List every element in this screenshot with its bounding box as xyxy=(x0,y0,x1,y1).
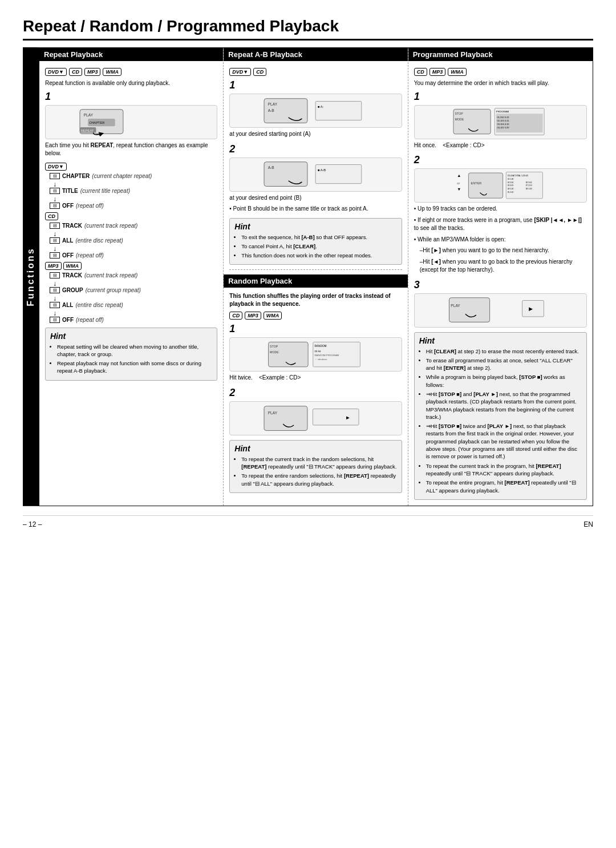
fmt-dvd: DVD▼ xyxy=(45,68,67,76)
prog-hint-3: While a program is being played back, [S… xyxy=(426,373,582,389)
svg-text:PLAY: PLAY xyxy=(451,304,460,308)
svg-text:04 5:20: 04 5:20 xyxy=(507,188,513,190)
svg-rect-25 xyxy=(313,409,359,425)
random-step1-diagram: STOP MODE RANDOM 03-04 RANDOM PROGRAM → … xyxy=(229,337,402,371)
svg-rect-40 xyxy=(468,173,502,198)
main-content-grid: Repeat Playback DVD▼ CD MP3 WMA Repeat f… xyxy=(39,47,593,506)
repeat-hint-title: Hint xyxy=(50,332,212,341)
repeat-step1-diagram: PLAY CHAPTER REPEAT xyxy=(45,105,217,139)
ab-hint-3: This function does not work in the other… xyxy=(241,252,396,259)
page-title: Repeat / Random / Programmed Playback xyxy=(23,17,593,41)
svg-text:►: ► xyxy=(528,306,534,313)
repeat-ab-random-col: Repeat A-B Playback DVD▼ CD 1 PLAY A-B xyxy=(224,48,408,506)
prog-hint-5: ⇒Hit [STOP ■] twice and [PLAY ►] next, s… xyxy=(426,422,582,460)
ab-step2-desc: at your desired end point (B) xyxy=(229,194,402,203)
col2-divider xyxy=(229,269,402,270)
functions-sidebar: Functions xyxy=(23,47,39,506)
random-hint-list: To repeat the current track in the rando… xyxy=(234,455,396,487)
svg-text:06 3:45: 06 3:45 xyxy=(525,181,532,184)
prog-hint-1: Hit [CLEAR] at step 2) to erase the most… xyxy=(426,348,582,355)
ab-step1: 1 PLAY A-B ■ A- at your desired s xyxy=(229,79,402,139)
prog-step2-b2: • While an MP3/WMA folder is open: xyxy=(414,236,587,244)
repeat-hint-1: Repeat setting will be cleared when movi… xyxy=(57,343,212,358)
repeat-hint-box: Hint Repeat setting will be cleared when… xyxy=(45,328,217,381)
svg-text:ENTER: ENTER xyxy=(471,181,481,185)
svg-text:MODE: MODE xyxy=(270,351,279,354)
random-hint-2: To repeat the entire random selections, … xyxy=(241,472,396,487)
outer-layout: Functions Repeat Playback DVD▼ CD MP3 WM… xyxy=(23,47,593,506)
prog-step3-diagram: PLAY ► xyxy=(414,293,587,328)
fmt-wma: WMA xyxy=(103,68,121,76)
random-hint-1: To repeat the current track in the rando… xyxy=(241,455,396,471)
cd-repeat-chain: ⊟ TRACK (current track repeat) ↓ ⊟ ALL (… xyxy=(50,223,217,259)
prog-step2: 2 ▲ or ▼ ENTER CD-DA TOTAL 1:23:45 xyxy=(414,154,587,274)
prog-hint-title: Hint xyxy=(419,336,582,345)
cd-chain-all: ⊟ ALL (entire disc repeat) xyxy=(50,237,217,244)
svg-text:■ A-B: ■ A-B xyxy=(318,168,326,172)
prog-hint-list: Hit [CLEAR] at step 2) to erase the most… xyxy=(419,348,582,494)
repeat-intro: Repeat function is available only during… xyxy=(45,79,217,88)
prog-hint-7: To repeat the entire program, hit [REPEA… xyxy=(426,479,582,494)
repeat-playback-col: Repeat Playback DVD▼ CD MP3 WMA Repeat f… xyxy=(39,48,224,506)
repeat-step1: 1 PLAY CHAPTER REPEAT xyxy=(45,91,217,158)
svg-text:01 1:30: 01 1:30 xyxy=(507,178,513,180)
svg-text:03-104  4:10: 03-104 4:10 xyxy=(497,123,509,126)
mp3-chain-off: ⊟ OFF (repeat off) xyxy=(50,317,217,323)
random-hint-title: Hint xyxy=(234,444,396,453)
dvd-chain-chapter: ⊟ CHAPTER (current chapter repeat) xyxy=(50,173,217,179)
ab-point-note1: • Point B should be in the same title or… xyxy=(229,205,402,213)
svg-text:▲: ▲ xyxy=(457,173,461,178)
prog-step2-note: • Up to 99 tracks can be ordered. xyxy=(414,205,587,213)
svg-rect-9 xyxy=(315,101,362,120)
random-playback-header: Random Playback xyxy=(224,274,407,288)
bottom-bar: – 12 – EN xyxy=(23,515,593,528)
prog-hint-2: To erase all programmed tracks at once, … xyxy=(426,357,582,372)
programmed-playback-header: Programmed Playback xyxy=(408,48,593,61)
mp3-chain-all: ⊟ ALL (entire disc repeat) xyxy=(50,302,217,308)
svg-text:▼: ▼ xyxy=(457,187,461,192)
svg-text:CHAPTER: CHAPTER xyxy=(89,122,104,125)
ab-hint-box: Hint To exit the sequence, hit [A-B] so … xyxy=(229,218,402,265)
svg-text:REPEAT: REPEAT xyxy=(81,129,94,132)
prog-hint-6: To repeat the current track in the progr… xyxy=(426,462,582,478)
svg-text:STOP: STOP xyxy=(270,345,278,348)
prog-step1-diagram: STOP MODE PROGRAM 01-010 0:10 02-103 3:1… xyxy=(414,105,587,139)
ab-step1-desc: at your desired starting point (A) xyxy=(229,130,402,139)
svg-text:02 3:10: 02 3:10 xyxy=(507,181,513,184)
prog-hint-box: Hint Hit [CLEAR] at step 2) to erase the… xyxy=(414,332,587,500)
svg-rect-13 xyxy=(315,165,362,184)
svg-text:05 2:10: 05 2:10 xyxy=(507,191,513,193)
prog-step3: 3 PLAY ► xyxy=(414,279,587,328)
prog-step2-diagram: ▲ or ▼ ENTER CD-DA TOTAL 1:23:45 01 1:30… xyxy=(414,168,587,203)
svg-text:→ vibration: → vibration xyxy=(315,358,327,361)
svg-text:PLAY: PLAY xyxy=(268,102,278,106)
svg-text:A-B: A-B xyxy=(268,108,275,112)
prog-step1-note: Hit once. <Example : CD> xyxy=(414,142,587,150)
cd-chain-header: CD xyxy=(45,212,217,219)
random-format-icons: CD MP3 WMA xyxy=(229,312,402,320)
prog-step2-b4: –Hit [◄] when you want to go back to the… xyxy=(414,258,587,274)
cd-chain-off: ⊟ OFF (repeat off) xyxy=(50,252,217,259)
random-step1: 1 STOP MODE RANDOM 03-04 RANDOM PROGRAM … xyxy=(229,323,402,382)
random-step1-note: Hit twice. <Example : CD> xyxy=(229,374,402,382)
page-container: Repeat / Random / Programmed Playback Fu… xyxy=(23,17,593,528)
svg-text:►: ► xyxy=(346,414,351,421)
svg-text:04-105  5:20: 04-105 5:20 xyxy=(497,127,509,130)
prog-hint-4: ⇒Hit [STOP ■] and [PLAY ►] next, so that… xyxy=(426,390,582,421)
prog-step2-b1: • If eight or more tracks were in a prog… xyxy=(414,216,587,233)
svg-text:02-103  3:15: 02-103 3:15 xyxy=(497,120,509,123)
svg-rect-52 xyxy=(449,298,489,322)
svg-text:CD-DA   TOTAL 1:23:45: CD-DA TOTAL 1:23:45 xyxy=(507,175,528,177)
mp3wma-repeat-chain: ⊟ TRACK (current track repeat) ↓ ⊟ GROUP… xyxy=(50,272,217,323)
repeat-hint-list: Repeat setting will be cleared when movi… xyxy=(50,343,212,375)
dvd-chain-title: ⊟ TITLE (current title repeat) xyxy=(50,188,217,194)
svg-text:03-04: 03-04 xyxy=(315,350,322,353)
svg-text:PLAY: PLAY xyxy=(84,113,94,117)
random-step2-diagram: PLAY ► xyxy=(229,401,402,435)
mp3-chain-track: ⊟ TRACK (current track repeat) xyxy=(50,272,217,278)
random-step2: 2 PLAY ► xyxy=(229,387,402,435)
ab-step2-diagram: A-B ■ A-B xyxy=(229,158,402,192)
svg-text:STOP: STOP xyxy=(455,112,463,115)
prog-step1: 1 STOP MODE PROGRAM 01-010 0:10 02-103 xyxy=(414,91,587,150)
svg-text:PLAY: PLAY xyxy=(268,411,278,415)
